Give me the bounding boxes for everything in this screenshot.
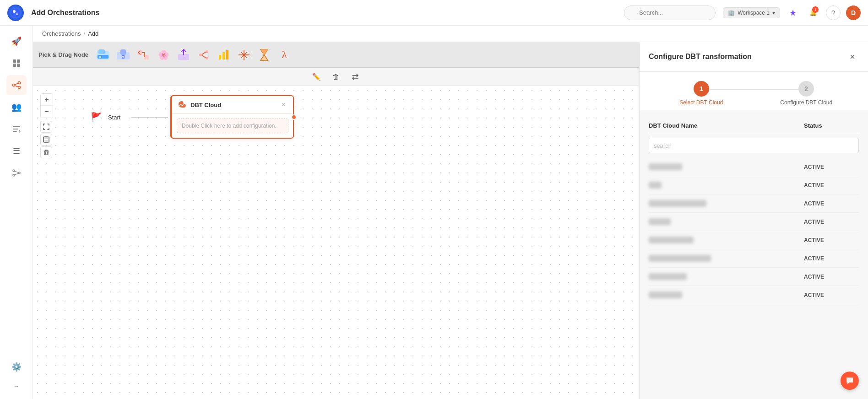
sidebar-item-settings[interactable]: ⚙️ (6, 357, 27, 377)
row-status-7: ACTIVE (804, 274, 859, 280)
svg-point-30 (206, 57, 208, 59)
breadcrumb-parent[interactable]: Orchestrations (42, 30, 81, 37)
node-cloud1[interactable] (94, 46, 112, 64)
node-flower[interactable]: 🌸 (154, 46, 173, 64)
help-button[interactable]: ? (826, 5, 841, 20)
chat-button[interactable] (841, 372, 859, 390)
avatar[interactable]: D (846, 5, 861, 20)
content-area: Orchestrations / Add Pick & Drag Node (33, 26, 868, 399)
svg-rect-19 (98, 55, 108, 59)
table-row[interactable]: test_something_else ACTIVE (649, 194, 859, 213)
svg-point-7 (12, 84, 15, 86)
workspace-selector[interactable]: 🏢 Workspace 1 ▾ (723, 7, 780, 18)
dbt-node-body: Double Click here to add configuration. (172, 114, 293, 138)
notification-button[interactable]: 🔔 1 (806, 5, 820, 20)
table-row[interactable]: test_prod_05 ACTIVE (649, 268, 859, 286)
chevron-down-icon: ▾ (772, 10, 775, 16)
node-upload[interactable] (174, 46, 193, 64)
start-node: 🚩 Start (88, 109, 120, 125)
sidebar-bottom: ⚙️ → (6, 357, 27, 394)
table-header: DBT Cloud Name Status (649, 118, 859, 133)
sidebar-item-rocket[interactable]: 🚀 (6, 31, 27, 51)
sidebar-collapse-btn[interactable]: → (6, 379, 27, 394)
step-2-number: 2 (804, 85, 808, 92)
svg-rect-20 (99, 56, 101, 58)
node-grid[interactable] (235, 46, 253, 64)
panel-content: DBT Cloud Name Status dbt_prod_1 ACTIVE (640, 110, 868, 399)
dbt-cloud-icon (177, 100, 187, 110)
col-name-header: DBT Cloud Name (649, 122, 804, 129)
svg-rect-41 (44, 137, 48, 139)
row-name-1: dbt_prod_1 (649, 163, 804, 170)
dbt-node-close-button[interactable]: × (279, 100, 288, 109)
node-chart[interactable] (215, 46, 233, 64)
notification-badge: 1 (812, 6, 819, 13)
row-name-8: clt_acct_05 (649, 291, 804, 298)
node-cloud2[interactable] (114, 46, 132, 64)
row-status-6: ACTIVE (804, 255, 859, 262)
dbt-node-header: DBT Cloud × (172, 96, 293, 114)
node-hourglass[interactable] (255, 46, 273, 64)
zoom-in-button[interactable]: + (41, 94, 53, 106)
node-picker: Pick & Drag Node (33, 42, 639, 68)
svg-line-15 (15, 171, 18, 173)
dbt-node-output-dot (291, 114, 297, 120)
fit-screen-button[interactable] (40, 121, 52, 133)
workspace-label: Workspace 1 (738, 10, 770, 16)
sidebar-item-dashboard[interactable] (6, 53, 27, 73)
swap-button[interactable] (348, 70, 362, 84)
svg-point-9 (18, 86, 20, 89)
svg-point-28 (199, 54, 202, 56)
canvas-toolbar: ✏️ 🗑 (33, 68, 639, 86)
node-branch[interactable] (195, 46, 213, 64)
table-row[interactable]: clt_acct_05 ACTIVE (649, 286, 859, 304)
row-status-5: ACTIVE (804, 237, 859, 243)
panel-search-input[interactable] (649, 138, 859, 153)
search-input[interactable] (624, 5, 716, 20)
svg-line-32 (202, 55, 206, 58)
canvas-draw[interactable]: + − (33, 86, 639, 399)
step-2-label: Configure DBT Cloud (780, 99, 832, 106)
step-1: 1 Select DBT Cloud (649, 81, 754, 106)
delete-button[interactable]: 🗑 (329, 70, 343, 84)
table-row[interactable]: dbt_prod_1 ACTIVE (649, 158, 859, 176)
node-transform[interactable] (134, 46, 152, 64)
row-status-4: ACTIVE (804, 219, 859, 225)
table-row[interactable]: clt_internal_test ACTIVE (649, 231, 859, 249)
sidebar-item-pipelines[interactable] (6, 119, 27, 139)
edit-button[interactable]: ✏️ (310, 70, 324, 84)
svg-point-8 (18, 82, 20, 84)
dbt-node-title: DBT Cloud (190, 102, 221, 108)
sidebar-item-orchestration[interactable] (6, 75, 27, 95)
sidebar-item-users[interactable]: 👥 (6, 97, 27, 117)
sidebar-item-logs[interactable]: ☰ (6, 141, 27, 161)
svg-rect-22 (120, 49, 126, 55)
step-1-number: 1 (700, 85, 703, 92)
main-layout: 🚀 👥 ☰ (0, 26, 868, 399)
row-name-3: test_something_else (649, 200, 804, 207)
svg-line-31 (202, 52, 206, 54)
table-row[interactable]: test_prod_account_01 ACTIVE (649, 249, 859, 268)
svg-point-2 (16, 13, 18, 15)
svg-rect-5 (13, 64, 16, 67)
zoom-out-button[interactable]: − (41, 106, 53, 118)
save-canvas-button[interactable] (40, 134, 52, 146)
table-row[interactable]: prod01 ACTIVE (649, 213, 859, 231)
sidebar-item-connections[interactable] (6, 163, 27, 183)
dbt-cloud-node[interactable]: DBT Cloud × Double Click here to add con… (170, 95, 294, 139)
node-lambda[interactable]: λ (275, 46, 293, 64)
svg-point-24 (122, 56, 124, 58)
connector-line (131, 117, 168, 118)
svg-rect-6 (17, 64, 20, 67)
stars-button[interactable]: ★ (786, 5, 800, 20)
svg-point-12 (13, 170, 15, 172)
breadcrumb-current: Add (88, 30, 98, 37)
svg-rect-43 (44, 151, 48, 155)
svg-rect-3 (13, 59, 16, 63)
canvas-delete-button[interactable] (40, 146, 52, 158)
dbt-placeholder-text: Double Click here to add configuration. (177, 119, 288, 133)
panel-close-button[interactable]: × (846, 50, 859, 63)
svg-rect-42 (44, 140, 48, 142)
table-row[interactable]: test ACTIVE (649, 176, 859, 194)
svg-point-13 (18, 172, 20, 174)
